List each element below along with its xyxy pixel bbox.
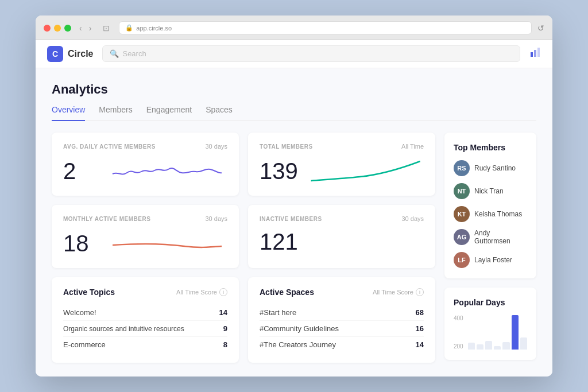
monthly-active-value: 18 xyxy=(63,231,98,257)
popular-days-card: Popular Days 400 200 xyxy=(444,288,536,360)
url-text: app.circle.so xyxy=(136,25,172,32)
page-title: Analytics xyxy=(52,82,536,97)
inactive-members-body: 121 xyxy=(260,229,424,255)
avatar: LF xyxy=(454,252,470,268)
back-button[interactable]: ‹ xyxy=(77,22,84,34)
bar xyxy=(477,344,483,350)
total-members-label: TOTAL MEMBERS xyxy=(260,143,313,150)
monthly-active-body: 18 xyxy=(63,229,227,258)
monthly-active-header: MONTHLY ACTIVE MEMBERS 30 days xyxy=(63,215,227,222)
topic-name-3: E-commerce xyxy=(63,340,106,349)
active-topics-meta: All Time Score i xyxy=(176,288,227,296)
close-button[interactable] xyxy=(44,25,51,32)
total-members-period: All Time xyxy=(401,143,424,150)
inactive-members-value: 121 xyxy=(260,229,298,255)
inactive-members-period: 30 days xyxy=(401,215,424,222)
topic-name-1: Welcome! xyxy=(63,308,96,317)
tab-members[interactable]: Members xyxy=(99,105,132,121)
dashboard: AVG. DAILY ACTIVE MEMBERS 30 days 2 xyxy=(52,133,536,363)
member-item[interactable]: AG Andy Guttormsen xyxy=(454,229,527,245)
tabs: Overview Members Engagement Spaces xyxy=(52,105,536,121)
avg-daily-value: 2 xyxy=(63,158,98,184)
active-topics-card: Active Topics All Time Score i Welcome! … xyxy=(52,277,239,363)
bar xyxy=(520,337,527,350)
tab-spaces[interactable]: Spaces xyxy=(206,105,233,121)
browser-chrome: ‹ › ⊡ 🔒 app.circle.so ↺ xyxy=(36,15,552,40)
total-members-body: 139 xyxy=(260,157,424,185)
active-spaces-info-icon: i xyxy=(416,288,424,296)
search-placeholder: Search xyxy=(122,49,146,58)
logo-area: C Circle xyxy=(47,46,93,62)
analytics-icon[interactable] xyxy=(529,46,541,61)
inactive-members-header: INACTIVE MEMBERS 30 days xyxy=(260,215,424,222)
avg-daily-period: 30 days xyxy=(205,143,227,150)
member-name: Rudy Santino xyxy=(474,164,516,172)
active-topics-list: Welcome! 14 Organic sources and intuitiv… xyxy=(63,305,227,352)
top-members-card: Top Members RS Rudy Santino NT Nick Tran… xyxy=(444,133,536,278)
bottom-lists: Active Topics All Time Score i Welcome! … xyxy=(52,277,435,363)
space-name-1: #Start here xyxy=(260,308,296,317)
bar xyxy=(485,341,492,350)
app-header: C Circle 🔍 Search xyxy=(36,40,552,68)
top-members-title: Top Members xyxy=(454,143,527,152)
url-bar[interactable]: 🔒 app.circle.so xyxy=(119,21,532,34)
member-item[interactable]: LF Layla Foster xyxy=(454,252,527,268)
avatar: KT xyxy=(454,206,470,222)
space-score-1: 68 xyxy=(416,308,424,317)
logo-text: Circle xyxy=(68,49,93,59)
member-name: Andy Guttormsen xyxy=(474,229,527,245)
total-members-header: TOTAL MEMBERS All Time xyxy=(260,143,424,150)
nav-buttons: ‹ › xyxy=(77,22,94,34)
space-score-3: 14 xyxy=(416,340,424,349)
avg-daily-body: 2 xyxy=(63,157,227,185)
left-main: AVG. DAILY ACTIVE MEMBERS 30 days 2 xyxy=(52,133,435,363)
monthly-active-label: MONTHLY ACTIVE MEMBERS xyxy=(63,216,150,222)
svg-rect-1 xyxy=(534,50,536,57)
active-spaces-header: Active Spaces All Time Score i xyxy=(260,288,424,297)
avatar: AG xyxy=(454,229,470,245)
forward-button[interactable]: › xyxy=(87,22,94,34)
monthly-active-chart xyxy=(107,229,227,258)
active-spaces-title: Active Spaces xyxy=(260,288,314,297)
inactive-members-card: INACTIVE MEMBERS 30 days 121 xyxy=(248,205,435,268)
monthly-active-period: 30 days xyxy=(205,215,227,222)
active-topics-info-icon: i xyxy=(219,288,227,296)
bar xyxy=(468,343,475,350)
list-item: #The Creators Journey 14 xyxy=(260,337,424,352)
member-item[interactable]: NT Nick Tran xyxy=(454,183,527,199)
browser-window: ‹ › ⊡ 🔒 app.circle.so ↺ C Circle 🔍 Searc… xyxy=(36,15,552,377)
reload-button[interactable]: ↺ xyxy=(537,24,544,33)
minimize-button[interactable] xyxy=(54,25,61,32)
space-name-2: #Community Guidelines xyxy=(260,324,339,333)
active-spaces-list: #Start here 68 #Community Guidelines 16 … xyxy=(260,305,424,352)
maximize-button[interactable] xyxy=(64,25,71,32)
tab-engagement[interactable]: Engagement xyxy=(146,105,192,121)
tab-view-button[interactable]: ⊡ xyxy=(99,22,113,34)
avg-daily-card: AVG. DAILY ACTIVE MEMBERS 30 days 2 xyxy=(52,133,239,196)
bar xyxy=(502,342,509,350)
y-label-400: 400 xyxy=(454,315,463,321)
member-name: Keisha Thomas xyxy=(474,210,522,218)
list-item: Organic sources and intuitive resources … xyxy=(63,321,227,337)
member-item[interactable]: KT Keisha Thomas xyxy=(454,206,527,222)
member-item[interactable]: RS Rudy Santino xyxy=(454,160,527,176)
search-bar[interactable]: 🔍 Search xyxy=(102,45,520,62)
avatar: RS xyxy=(454,160,470,176)
active-spaces-meta-text: All Time Score xyxy=(373,289,413,296)
member-name: Layla Foster xyxy=(474,256,512,264)
space-name-3: #The Creators Journey xyxy=(260,340,336,349)
total-members-value: 139 xyxy=(260,158,298,184)
popular-days-chart: 400 200 xyxy=(454,315,527,350)
active-topics-meta-text: All Time Score xyxy=(176,289,217,296)
topic-score-2: 9 xyxy=(223,324,227,333)
total-members-chart xyxy=(307,157,424,185)
inactive-members-label: INACTIVE MEMBERS xyxy=(260,216,322,222)
avg-daily-label: AVG. DAILY ACTIVE MEMBERS xyxy=(63,143,156,150)
logo-icon: C xyxy=(47,46,63,62)
bar-highlight xyxy=(512,315,519,350)
total-members-card: TOTAL MEMBERS All Time 139 xyxy=(248,133,435,196)
tab-overview[interactable]: Overview xyxy=(52,105,85,121)
avg-daily-chart xyxy=(107,157,227,185)
avatar: NT xyxy=(454,183,470,199)
y-axis-labels: 400 200 xyxy=(454,315,463,350)
